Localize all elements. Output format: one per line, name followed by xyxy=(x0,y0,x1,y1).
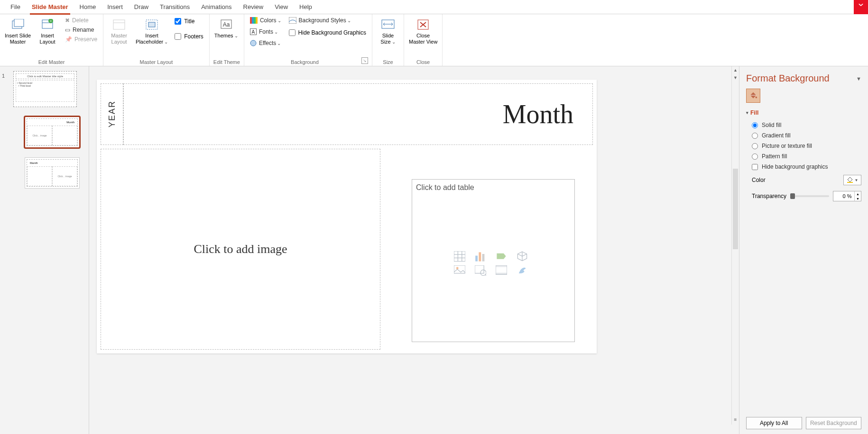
layout-thumbnail-1[interactable]: Month Click... image xyxy=(25,117,80,148)
delete-icon: ✖ xyxy=(65,17,70,24)
effects-button[interactable]: Effects xyxy=(248,39,283,47)
scrollbar-thumb[interactable] xyxy=(733,169,738,249)
paint-bucket-icon xyxy=(847,177,853,183)
group-title-edit-master: Edit Master xyxy=(4,57,99,66)
thumbnail-panel: 1 Click to edit Master title style • Sec… xyxy=(0,66,89,434)
svg-rect-1 xyxy=(14,19,24,27)
bg-styles-icon xyxy=(289,17,296,24)
svg-rect-26 xyxy=(479,252,481,261)
pane-title: Format Background ▼ xyxy=(746,73,861,84)
rename-icon: ▭ xyxy=(65,27,70,33)
group-master-layout: Master Layout Insert Placeholder Title F… xyxy=(103,14,210,66)
svg-text:+: + xyxy=(50,19,52,23)
insert-chart-icon[interactable] xyxy=(475,251,486,261)
workarea: 1 Click to edit Master title style • Sec… xyxy=(0,66,868,434)
insert-3d-icon[interactable] xyxy=(517,251,528,261)
svg-text:Aa: Aa xyxy=(222,21,230,28)
svg-rect-34 xyxy=(496,265,507,267)
group-title-close: Close xyxy=(408,57,438,66)
picture-fill-radio[interactable]: Picture or texture fill xyxy=(746,141,861,151)
title-checkbox[interactable]: Title xyxy=(173,16,205,27)
fill-category-button[interactable] xyxy=(746,89,760,103)
scroll-nav-icon[interactable]: ≡ xyxy=(732,417,739,425)
group-close: Close Master View Close xyxy=(404,14,443,66)
tab-review[interactable]: Review xyxy=(238,0,269,14)
insert-placeholder-button[interactable]: Insert Placeholder xyxy=(135,16,169,47)
themes-button[interactable]: Aa Themes xyxy=(213,16,239,41)
insert-slide-master-button[interactable]: Insert Slide Master xyxy=(4,16,32,47)
color-picker-button[interactable]: ▼ xyxy=(843,175,861,185)
rename-button[interactable]: ▭Rename xyxy=(63,26,99,34)
background-styles-button[interactable]: Background Styles xyxy=(287,16,368,25)
svg-line-32 xyxy=(485,274,486,275)
preserve-button: 📌Preserve xyxy=(63,35,99,44)
tab-draw[interactable]: Draw xyxy=(129,0,154,14)
insert-table-icon[interactable] xyxy=(454,251,465,261)
spin-up-icon[interactable]: ▲ xyxy=(855,191,861,196)
background-dialog-launcher[interactable]: ↘ xyxy=(361,57,368,64)
layout-thumbnail-2[interactable]: Month Click... image xyxy=(25,157,80,189)
solid-fill-radio[interactable]: Solid fill xyxy=(746,120,861,130)
svg-rect-17 xyxy=(289,17,296,24)
gradient-fill-radio[interactable]: Gradient fill xyxy=(746,130,861,141)
table-placeholder[interactable]: Click to add table xyxy=(412,179,575,342)
tab-animations[interactable]: Animations xyxy=(195,0,237,14)
group-edit-master: Insert Slide Master + Insert Layout ✖Del… xyxy=(0,14,103,66)
month-placeholder[interactable]: Month xyxy=(123,83,593,145)
colors-button[interactable]: Colors xyxy=(248,16,283,25)
transparency-slider[interactable] xyxy=(790,195,829,197)
window-close-button[interactable] xyxy=(854,0,868,14)
footers-checkbox[interactable]: Footers xyxy=(173,31,205,42)
tab-insert[interactable]: Insert xyxy=(102,0,129,14)
hide-bg-graphics-checkbox[interactable]: Hide background graphics xyxy=(746,162,861,172)
slide-size-button[interactable]: Slide Size xyxy=(376,16,400,47)
slide[interactable]: YEAR Month Click to add image Click to a… xyxy=(97,80,597,353)
preserve-icon: 📌 xyxy=(65,36,72,43)
master-thumbnail[interactable]: Click to edit Master title style • Secon… xyxy=(13,71,77,107)
group-title-background: Background xyxy=(248,57,361,66)
tab-file[interactable]: File xyxy=(5,0,26,14)
slide-canvas: YEAR Month Click to add image Click to a… xyxy=(89,66,739,434)
colors-icon xyxy=(250,17,258,24)
group-title-size: Size xyxy=(376,57,400,66)
fill-section-header[interactable]: Fill xyxy=(746,109,861,116)
master-layout-button: Master Layout xyxy=(107,16,131,47)
tab-transitions[interactable]: Transitions xyxy=(154,0,195,14)
tab-help[interactable]: Help xyxy=(294,0,318,14)
scroll-up-icon[interactable]: ▲ xyxy=(732,66,739,74)
layout-icon: + xyxy=(41,18,54,31)
transparency-input[interactable]: 0 % ▲▼ xyxy=(833,191,861,201)
color-field: Color ▼ xyxy=(746,172,861,188)
insert-video-icon[interactable] xyxy=(496,265,507,275)
svg-rect-13 xyxy=(252,17,254,24)
group-title-master-layout: Master Layout xyxy=(107,57,205,66)
tab-slide-master[interactable]: Slide Master xyxy=(26,0,74,14)
tab-view[interactable]: View xyxy=(269,0,294,14)
insert-layout-button[interactable]: + Insert Layout xyxy=(36,16,59,47)
insert-online-picture-icon[interactable] xyxy=(475,265,486,275)
spin-down-icon[interactable]: ▼ xyxy=(855,196,861,201)
slide-master-icon xyxy=(11,18,25,31)
pane-menu-icon[interactable]: ▼ xyxy=(856,76,861,81)
fonts-button[interactable]: AFonts xyxy=(248,27,283,36)
insert-smartart-icon[interactable] xyxy=(496,251,507,261)
tab-home[interactable]: Home xyxy=(74,0,102,14)
group-background: Colors AFonts Effects Background Styles … xyxy=(244,14,372,66)
apply-to-all-button[interactable]: Apply to All xyxy=(746,417,802,429)
vertical-scrollbar[interactable]: ▲ ▼ ≡ xyxy=(731,66,739,425)
image-placeholder[interactable]: Click to add image xyxy=(101,149,380,350)
svg-rect-9 xyxy=(148,22,155,27)
pattern-fill-radio[interactable]: Pattern fill xyxy=(746,151,861,162)
insert-picture-icon[interactable] xyxy=(454,265,465,275)
svg-rect-20 xyxy=(454,251,465,262)
insert-icon-icon[interactable] xyxy=(517,265,528,275)
svg-rect-12 xyxy=(250,17,252,24)
svg-rect-27 xyxy=(482,254,485,262)
svg-point-36 xyxy=(756,97,757,99)
hide-bg-checkbox[interactable]: Hide Background Graphics xyxy=(287,27,368,38)
close-master-view-button[interactable]: Close Master View xyxy=(408,16,438,47)
year-placeholder[interactable]: YEAR xyxy=(101,83,123,145)
svg-rect-14 xyxy=(254,17,256,24)
ribbon-tabs: File Slide Master Home Insert Draw Trans… xyxy=(0,0,868,14)
format-background-pane: Format Background ▼ Fill Solid fill Grad… xyxy=(739,66,868,434)
